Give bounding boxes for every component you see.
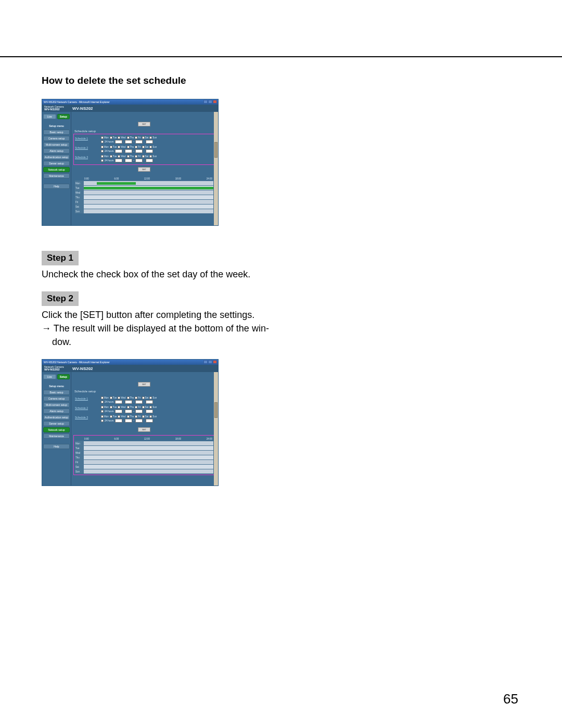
min-select[interactable] [146, 140, 153, 144]
schedule-row-2: Schedule 2 MonTueWedThuFriSatSun 24 hour… [75, 145, 213, 154]
step-1-text: Uncheck the check box of the set day of … [42, 267, 281, 281]
step-2-line3: dow. [42, 335, 281, 349]
top-form-area: SET [73, 114, 215, 127]
schedule-2-label[interactable]: Schedule 2 [75, 146, 99, 149]
checkbox[interactable] [127, 136, 130, 139]
checkbox[interactable] [142, 136, 145, 139]
checkbox[interactable] [101, 136, 104, 139]
checkbox-24h[interactable] [101, 141, 104, 143]
ie-titlebar: WV-NS202 Network Camera - Microsoft Inte… [42, 360, 218, 365]
sidebar-item-auth[interactable]: Authentication setup [43, 155, 70, 160]
schedule-1-days: Mon Tue Wed Thu Fri Sat Sun [101, 136, 213, 139]
hour-select[interactable] [135, 140, 143, 144]
checkbox[interactable] [110, 136, 112, 139]
scrollbar-thumb[interactable] [214, 402, 218, 418]
ie-title-text: WV-NS202 Network Camera - Microsoft Inte… [44, 100, 110, 104]
step-2-line2: → The result will be displayed at the bo… [42, 322, 281, 335]
app-body: Live Setup Setup menu Basic setup Camera… [42, 112, 218, 225]
sidebar-item-multiscreen[interactable]: Multi-screen setup [43, 402, 70, 407]
scrollbar-thumb[interactable] [214, 142, 218, 158]
sidebar-item-multiscreen[interactable]: Multi-screen setup [43, 142, 70, 147]
window-buttons [203, 100, 217, 104]
page-number: 65 [503, 691, 518, 707]
sidebar-item-maintenance[interactable]: Maintenance [43, 173, 70, 178]
screenshot-2: WV-NS202 Network Camera - Microsoft Inte… [42, 359, 219, 486]
app-header: Network Camera WV-NS202 WV-NS202 [42, 105, 218, 112]
sidebar-item-camera[interactable]: Camera setup [43, 396, 70, 401]
schedule-row-1: Schedule 1 Mon Tue Wed Thu Fri Sat Sun [75, 135, 213, 145]
maximize-icon[interactable] [208, 360, 212, 364]
timeline-chart: 0:006:0012:0018:0024:00 Mon Tue Wed Thu … [73, 175, 215, 215]
minimize-icon[interactable] [203, 360, 208, 364]
set-button-top[interactable]: SET [138, 122, 150, 126]
page-top-rule [0, 56, 562, 57]
tab-live[interactable]: Live [43, 114, 56, 119]
close-icon[interactable] [213, 360, 217, 364]
schedule-setup-title: Schedule setup [74, 130, 215, 133]
main-panel: SET Schedule setup Schedule 1MonTueWedTh… [71, 372, 218, 486]
sidebar-item-help[interactable]: Help [43, 184, 70, 189]
section-title: How to delete the set schedule [42, 75, 520, 86]
schedule-1-time: 24 hours : – : [101, 140, 213, 144]
ie-titlebar: WV-NS202 Network Camera - Microsoft Inte… [42, 99, 218, 105]
minimize-icon[interactable] [203, 100, 208, 104]
screenshot-1: WV-NS202 Network Camera - Microsoft Inte… [42, 99, 219, 226]
sidebar-item-network[interactable]: Network setup [43, 427, 70, 432]
step-1-label: Step 1 [42, 251, 79, 265]
sidebar-item-maintenance[interactable]: Maintenance [43, 433, 70, 439]
sidebar: LiveSetup Setup menu Basic setup Camera … [42, 372, 71, 486]
sidebar-item-alarm[interactable]: Alarm setup [43, 148, 70, 154]
main-panel: SET Schedule setup Schedule 1 Mon Tue We… [71, 112, 218, 225]
close-icon[interactable] [213, 100, 217, 104]
document-page: How to delete the set schedule WV-NS202 … [0, 0, 562, 728]
sidebar-item-server[interactable]: Server setup [43, 421, 70, 426]
checkbox[interactable] [135, 136, 137, 139]
page-content: How to delete the set schedule WV-NS202 … [42, 56, 520, 486]
timeline-header: 0:006:0012:0018:0024:00 [75, 176, 213, 181]
sidebar-item-help[interactable]: Help [43, 444, 70, 449]
maximize-icon[interactable] [208, 100, 212, 104]
sidebar-item-server[interactable]: Server setup [43, 161, 70, 166]
checkbox[interactable] [118, 136, 120, 139]
timeline-chart-highlighted: 0:006:0012:0018:0024:00 Mon Tue Wed Thu … [73, 435, 215, 475]
sidebar-item-basic[interactable]: Basic setup [43, 390, 70, 395]
step-2-text: Click the [SET] button after completing … [42, 308, 281, 349]
set-button-top[interactable]: SET [138, 382, 150, 387]
tab-setup[interactable]: Setup [57, 114, 70, 119]
sidebar-item-auth[interactable]: Authentication setup [43, 415, 70, 420]
schedule-box-highlighted: Schedule 1 Mon Tue Wed Thu Fri Sat Sun [73, 134, 215, 165]
min-select[interactable] [125, 140, 132, 144]
set-button[interactable]: SET [138, 427, 150, 432]
sidebar-item-network[interactable]: Network setup [43, 167, 70, 172]
tab-live[interactable]: Live [43, 374, 56, 379]
sidebar-item-camera[interactable]: Camera setup [43, 136, 70, 141]
scrollbar[interactable] [214, 112, 218, 225]
header-model: WV-NS202 [72, 106, 93, 111]
step-2-label: Step 2 [42, 291, 79, 306]
step-2-line1: Click the [SET] button after completing … [42, 308, 281, 322]
setup-menu-label: Setup menu [43, 124, 70, 127]
header-small-label: Network Camera WV-NS202 [44, 106, 72, 111]
schedule-1-label[interactable]: Schedule 1 [75, 136, 99, 140]
sidebar-item-basic[interactable]: Basic setup [43, 130, 70, 135]
checkbox[interactable] [149, 136, 152, 139]
ie-title-text: WV-NS202 Network Camera - Microsoft Inte… [44, 361, 110, 364]
tab-setup[interactable]: Setup [57, 374, 70, 379]
scrollbar[interactable] [214, 372, 218, 486]
app-header: Network CameraWV-NS202 WV-NS202 [42, 365, 218, 372]
schedule-row-3: Schedule 3 MonTueWedThuFriSatSun 24 hour… [75, 154, 213, 163]
sidebar: Live Setup Setup menu Basic setup Camera… [42, 112, 71, 225]
top-tabs: Live Setup [43, 114, 70, 119]
hour-select[interactable] [115, 140, 122, 144]
schedule-3-label[interactable]: Schedule 3 [75, 155, 99, 159]
set-button[interactable]: SET [138, 167, 150, 172]
schedule-box: Schedule 1MonTueWedThuFriSatSun24 hours:… [73, 394, 215, 425]
app-body: LiveSetup Setup menu Basic setup Camera … [42, 372, 218, 486]
sidebar-item-alarm[interactable]: Alarm setup [43, 408, 70, 414]
